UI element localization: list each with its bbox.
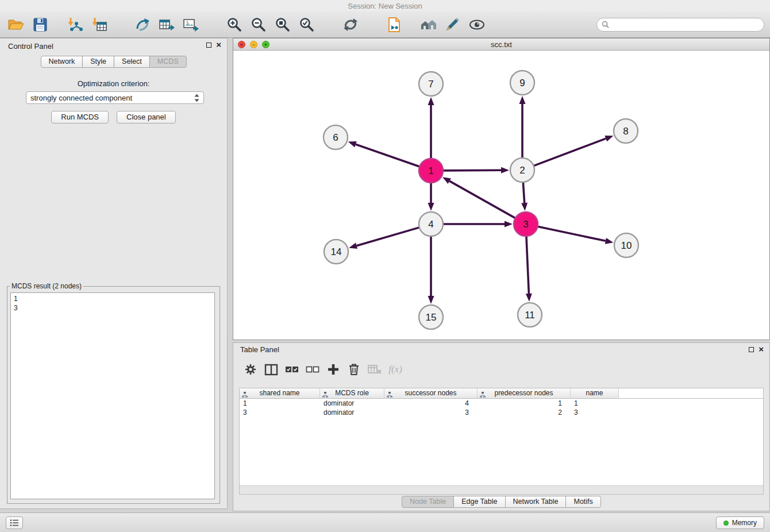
network-view-window: × − + scc.txt 7968124314101511: [233, 38, 770, 340]
float-table-panel-icon[interactable]: [749, 347, 754, 352]
mcds-result-item[interactable]: 3: [14, 303, 211, 313]
cell-name[interactable]: 3: [571, 408, 619, 417]
cell-successor-nodes[interactable]: 3: [384, 408, 478, 417]
window-title: Session: New Session: [0, 0, 770, 11]
delete-column-button[interactable]: [344, 360, 364, 379]
save-session-button[interactable]: [30, 14, 51, 36]
tab-network-table[interactable]: Network Table: [505, 496, 567, 508]
graph-node-label: 8: [623, 126, 628, 137]
graph-edge-3-1[interactable]: [449, 181, 515, 218]
cell-mcds-role[interactable]: dominator: [320, 408, 384, 417]
apply-function-button[interactable]: f(x): [385, 360, 406, 379]
deselect-all-columns-button[interactable]: [302, 360, 323, 379]
zoom-out-button[interactable]: [248, 14, 269, 36]
zoom-fit-button[interactable]: [272, 14, 293, 36]
close-table-panel-icon[interactable]: ×: [759, 346, 764, 352]
mcds-result-item[interactable]: 1: [14, 294, 211, 303]
graph-edge-4-14[interactable]: [357, 228, 419, 246]
graph-edge-arrowhead: [349, 242, 357, 249]
show-columns-button[interactable]: [261, 360, 282, 379]
tab-node-table[interactable]: Node Table: [402, 496, 454, 508]
column-header-shared-name[interactable]: shared name: [240, 388, 320, 399]
houses-icon: [420, 17, 437, 32]
network-graph[interactable]: 7968124314101511: [233, 51, 769, 340]
open-file-button[interactable]: [6, 14, 26, 36]
graph-edge-1-2[interactable]: [443, 170, 501, 171]
cell-mcds-role[interactable]: dominator: [320, 399, 384, 408]
main-toolbar: [0, 11, 770, 38]
graph-node-label: 6: [333, 132, 338, 143]
refresh-icon: [342, 17, 359, 33]
mcds-result-title: MCDS result (2 nodes): [10, 282, 83, 290]
table-horizontal-scrollbar[interactable]: [240, 485, 763, 494]
cell-shared-name[interactable]: 3: [240, 408, 320, 417]
show-panels-button[interactable]: [6, 516, 23, 529]
optimization-criterion-label: Optimization criterion:: [0, 79, 227, 88]
tab-edge-table[interactable]: Edge Table: [453, 496, 505, 508]
table-toolbar: f(x): [240, 357, 763, 382]
graph-edge-2-8[interactable]: [534, 138, 606, 166]
column-header-name[interactable]: name: [571, 388, 619, 399]
graph-edge-arrowhead: [526, 294, 532, 302]
graph-edge-arrowhead: [428, 97, 434, 105]
tab-mcds[interactable]: MCDS: [149, 56, 187, 68]
table-row[interactable]: 1 dominator 4 1 1: [240, 399, 763, 408]
zoom-selected-button[interactable]: [297, 14, 317, 36]
memory-button[interactable]: Memory: [716, 516, 764, 529]
graph-edge-2-3[interactable]: [523, 182, 524, 203]
apply-style-button[interactable]: [442, 14, 463, 36]
show-graphics-details-button[interactable]: [467, 14, 487, 36]
export-image-button[interactable]: [180, 14, 201, 36]
network-canvas[interactable]: 7968124314101511: [233, 51, 769, 340]
maximize-window-icon[interactable]: +: [262, 41, 270, 48]
close-window-icon[interactable]: ×: [238, 41, 245, 48]
import-table-button[interactable]: [88, 14, 109, 36]
select-all-columns-button[interactable]: [282, 360, 302, 379]
search-box[interactable]: [596, 18, 764, 32]
float-panel-icon[interactable]: [206, 43, 211, 48]
cell-predecessor-nodes[interactable]: 1: [478, 399, 571, 408]
column-header-successor-nodes[interactable]: successor nodes: [384, 388, 478, 399]
graph-node-label: 10: [621, 240, 632, 251]
home-button[interactable]: [418, 14, 439, 36]
import-network-button[interactable]: [64, 14, 85, 36]
delete-table-button[interactable]: [364, 360, 385, 379]
application-window: Session: New Session: [0, 0, 770, 532]
graph-edge-3-11[interactable]: [526, 236, 529, 294]
cell-name[interactable]: 1: [571, 399, 619, 408]
run-mcds-button[interactable]: Run MCDS: [51, 111, 109, 124]
graph-edge-1-6[interactable]: [356, 144, 419, 167]
open-session-file-button[interactable]: [384, 14, 405, 36]
graph-edge-3-10[interactable]: [538, 226, 606, 241]
cell-shared-name[interactable]: 1: [240, 399, 320, 408]
tab-style[interactable]: Style: [82, 56, 114, 68]
table-settings-button[interactable]: [240, 360, 261, 379]
table-row[interactable]: 3 dominator 3 2 3: [240, 408, 763, 417]
close-panel-icon[interactable]: ×: [216, 42, 221, 48]
column-type-icon: [387, 391, 392, 400]
tab-motifs[interactable]: Motifs: [565, 496, 600, 508]
network-window-titlebar[interactable]: × − + scc.txt: [233, 38, 769, 51]
graph-node-label: 3: [523, 219, 528, 230]
minimize-window-icon[interactable]: −: [250, 41, 257, 48]
search-icon: [602, 21, 609, 28]
cell-predecessor-nodes[interactable]: 2: [478, 408, 571, 417]
add-column-button[interactable]: [323, 360, 344, 379]
close-panel-button[interactable]: Close panel: [117, 111, 176, 124]
network-from-selection-button[interactable]: [132, 14, 153, 36]
tab-select[interactable]: Select: [114, 56, 150, 68]
dropdown-arrows-icon: [194, 94, 199, 102]
zoom-in-button[interactable]: [224, 14, 245, 36]
tab-network[interactable]: Network: [40, 56, 83, 68]
column-header-mcds-role[interactable]: MCDS role: [320, 388, 384, 399]
mcds-result-list[interactable]: 1 3: [10, 292, 215, 499]
graph-node-label: 4: [428, 219, 433, 230]
search-input[interactable]: [612, 21, 759, 29]
export-table-button[interactable]: [156, 14, 177, 36]
refresh-view-button[interactable]: [340, 14, 361, 36]
optimization-criterion-select[interactable]: strongly connected component: [26, 91, 204, 104]
column-type-icon: [242, 391, 248, 400]
cell-successor-nodes[interactable]: 4: [384, 399, 478, 408]
graph-node-label: 1: [428, 165, 433, 176]
column-header-predecessor-nodes[interactable]: predecessor nodes: [478, 388, 571, 399]
